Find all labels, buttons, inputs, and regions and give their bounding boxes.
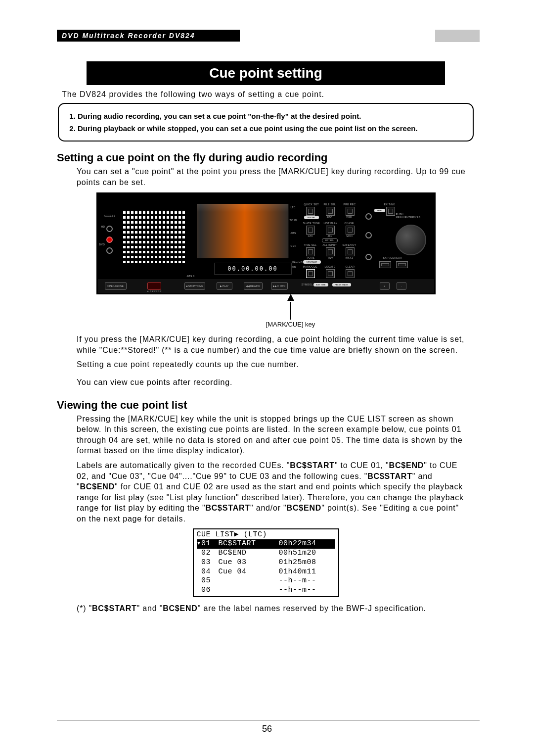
- abs-label: ABS: [291, 232, 296, 235]
- rewind-button[interactable]: ◀◀ REWIND: [244, 282, 263, 290]
- clear-button[interactable]: [346, 269, 355, 278]
- cue-list-screen: CUE LIST▶ (LTC) ▾01 BC$START 00h22m34 02…: [193, 528, 339, 597]
- timecode-readout: 00.00.00.00: [214, 263, 292, 275]
- page-title: Cue point setting: [87, 61, 445, 85]
- ltc-label: LTC: [291, 206, 296, 209]
- locate-label: LOCATE: [325, 265, 336, 268]
- prerec-led: [365, 213, 372, 220]
- arrow-up-icon: [287, 294, 294, 301]
- bottom-rule: [57, 720, 480, 720]
- contrast-pill: CONTRAST: [303, 260, 321, 264]
- skip-next-button[interactable]: [396, 261, 408, 268]
- method-2: During playback or while stopped, you ca…: [78, 123, 465, 134]
- saferdy-led: [365, 254, 372, 260]
- transport-bar: ABS 0 OPEN/CLOSE ● RECORD ■ STOP/HOME ▶ …: [98, 278, 434, 293]
- device-figure: ACCESS HD DVD 00.00.00.00 LTC TC IN ABS …: [96, 192, 436, 294]
- skip-prev-button[interactable]: [379, 261, 391, 268]
- page-number: 56: [0, 724, 534, 734]
- recend-label: REC END: [292, 260, 305, 263]
- shift-pill: SHIFT: [374, 209, 385, 212]
- clear-label: CLEAR: [346, 265, 355, 268]
- section1-p3: Setting a cue point repeatedly counts up…: [77, 359, 470, 370]
- exitno-button[interactable]: [386, 207, 395, 216]
- cue-row: 02 BC$END 00h51m20: [197, 549, 335, 558]
- push-label: PUSH: MENU/ENTER/YES: [396, 213, 426, 219]
- cue-row: 04 Cue 04 01h40m11: [197, 567, 335, 577]
- fn-c: " are the label names reserved by the BW…: [198, 604, 426, 613]
- chase-button[interactable]: [346, 226, 355, 235]
- jog-wheel[interactable]: [396, 225, 426, 255]
- drvpat-pill: DRV/PAT: [304, 216, 319, 219]
- saferdy-label: SAFE/RDY: [343, 243, 356, 246]
- stop-button[interactable]: ■ STOP/HOME: [184, 282, 205, 290]
- section2-p2: Labels are automatically given to the re…: [77, 460, 470, 524]
- prerec-button[interactable]: [346, 207, 355, 216]
- filesel-button[interactable]: [326, 207, 335, 216]
- markcue-button[interactable]: [306, 269, 315, 278]
- section1-p1: You can set a "cue point" at the point y…: [77, 166, 470, 188]
- methods-box: During audio recording, you can set a cu…: [58, 103, 474, 142]
- quickset-button[interactable]: [306, 207, 315, 216]
- cue-row: 05 --h--m--: [197, 576, 335, 586]
- fn-bcend: BC$END: [163, 604, 198, 613]
- quickset-label: QUICK SET: [304, 203, 319, 206]
- exitno-label: EXIT/NO: [384, 203, 396, 206]
- gen-label: GEN: [291, 244, 297, 247]
- edittime-pill: EDIT TIME: [313, 283, 328, 286]
- arrow-stem: [290, 302, 291, 320]
- abc-sub: ABC: [327, 216, 332, 219]
- skip-label: SKIP/CURSOR: [383, 256, 402, 259]
- saferdy-button[interactable]: [346, 247, 355, 256]
- access-led: [106, 226, 113, 232]
- fn-bcstart: BC$START: [92, 604, 137, 613]
- bcstart-2: BC$START: [367, 472, 412, 480]
- ghi-sub: GHI: [308, 235, 313, 237]
- lcd-screen: [197, 204, 289, 258]
- cue-row: 03 Cue 03 01h25m08: [197, 558, 335, 567]
- section2-heading: Viewing the cue point list: [57, 399, 475, 412]
- dvd-led: [106, 247, 113, 254]
- tcin-label: TC IN: [290, 219, 297, 222]
- fn-a: (*) ": [77, 604, 92, 613]
- def-sub: DEF: [347, 216, 352, 219]
- minus-button[interactable]: -: [397, 282, 406, 290]
- record-button[interactable]: [147, 282, 161, 290]
- allinput-button[interactable]: [326, 247, 335, 256]
- cue-row: ▾01 BC$START 00h22m34: [197, 539, 335, 549]
- slate-button[interactable]: [306, 226, 315, 235]
- falsestart-pill: FALSE START: [332, 283, 351, 286]
- cue-list-header: CUE LIST▶ (LTC): [197, 530, 335, 540]
- p2f: " and/or ": [250, 504, 287, 512]
- filesel-label: FILE SEL: [324, 203, 336, 206]
- locate-button[interactable]: [326, 269, 335, 278]
- hd-label: HD: [101, 225, 105, 228]
- abs0-label: ABS 0: [187, 275, 195, 278]
- p2b: " to CUE 01, ": [335, 461, 389, 470]
- bcend-1: BC$END: [389, 461, 424, 470]
- jkl-sub: JKL: [328, 235, 333, 237]
- button-panel: QUICK SET FILE SEL PRE REC EXIT/NO ABC D…: [299, 203, 425, 277]
- timesel-button[interactable]: [306, 247, 315, 256]
- section1-p4: You can view cue points after recording.: [77, 377, 470, 388]
- openclose-button[interactable]: OPEN/CLOSE: [105, 282, 127, 290]
- section1-p2: If you press the [MARK/CUE] key during r…: [77, 334, 470, 355]
- bcstart-1: BC$START: [290, 461, 335, 470]
- product-header: DVD Multitrack Recorder DV824: [57, 30, 240, 42]
- markcue-label: MARK/CUE: [303, 265, 318, 268]
- section2-p1: Pressing the [MARK/CUE] key while the un…: [77, 414, 470, 456]
- allinput-label: ALL INPUT: [323, 243, 337, 246]
- on-label: ON: [292, 266, 296, 269]
- cue-row: 06 --h--m--: [197, 586, 335, 595]
- meter-block: [123, 211, 187, 275]
- tuv-sub: TUV: [328, 256, 333, 259]
- method-1: During audio recording, you can set a cu…: [78, 111, 465, 121]
- footnote: (*) "BC$START" and "BC$END" are the labe…: [77, 604, 470, 613]
- prerec-label: PRE REC: [344, 203, 356, 206]
- ffwd-button[interactable]: ▶▶ F FWD: [271, 282, 288, 290]
- play-button[interactable]: ▶ PLAY: [217, 282, 232, 290]
- plus-button[interactable]: +: [380, 282, 390, 290]
- chase-label: CHASE: [345, 222, 354, 225]
- pqrs-sub: PQRS: [307, 256, 315, 259]
- timesel-label: TIME SEL: [304, 243, 317, 246]
- listplay-button[interactable]: [326, 226, 335, 235]
